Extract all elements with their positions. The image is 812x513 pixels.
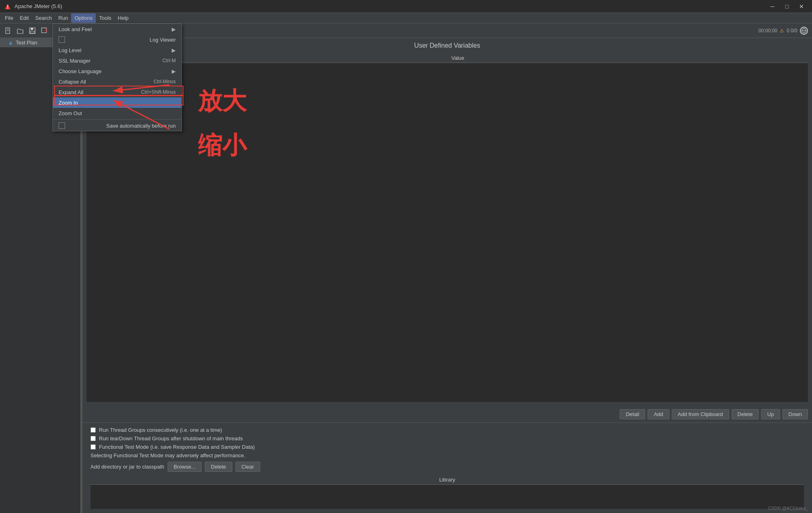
sidebar-test-plan-label: Test Plan xyxy=(16,40,37,46)
watermark: CSDN @ACGkaka_ xyxy=(768,506,808,511)
save-auto-label: Save automatically before run xyxy=(106,123,176,129)
library-table-header: Library xyxy=(90,475,804,485)
delete-button[interactable]: Delete xyxy=(732,409,759,419)
time-display: 00:00:00 xyxy=(759,28,778,34)
classpath-delete-button[interactable]: Delete xyxy=(205,462,232,472)
menu-look-feel[interactable]: Look and Feel ▶ xyxy=(53,24,181,34)
checkbox-functional[interactable] xyxy=(90,444,96,450)
up-button[interactable]: Up xyxy=(761,409,780,419)
expand-all-label: Expand All xyxy=(59,89,83,95)
options-dropdown: Look and Feel ▶ Log Viewer Log Level ▶ S… xyxy=(53,23,182,131)
counter-display: 0 0/0 xyxy=(787,28,797,34)
global-icon xyxy=(800,27,808,35)
note-text: Selecting Functional Test Mode may adver… xyxy=(90,452,804,458)
udv-table-body xyxy=(86,63,808,402)
menu-log-viewer[interactable]: Log Viewer xyxy=(53,34,181,45)
window-controls: ─ □ ✕ xyxy=(766,2,808,11)
menu-edit[interactable]: Edit xyxy=(17,13,32,23)
checkbox-teardown[interactable] xyxy=(90,436,96,441)
app-icon xyxy=(4,3,11,10)
open-button[interactable] xyxy=(15,25,26,36)
log-level-arrow: ▶ xyxy=(172,47,176,53)
udv-panel: User Defined Variables Name: Value xyxy=(82,38,812,406)
save-button[interactable] xyxy=(27,25,38,36)
udv-col-value: Value xyxy=(447,55,808,61)
menu-search[interactable]: Search xyxy=(32,13,55,23)
zoom-out-label: Zoom Out xyxy=(59,110,82,116)
svg-rect-7 xyxy=(31,28,33,30)
menu-bar: File Edit Search Run Options Tools Help xyxy=(0,13,812,23)
add-button[interactable]: Add xyxy=(648,409,669,419)
menu-save-auto[interactable]: Save automatically before run xyxy=(53,120,181,131)
content-area: User Defined Variables Name: Value Detai… xyxy=(82,38,812,513)
menu-expand-all[interactable]: Expand All Ctrl+Shift-Minus xyxy=(53,87,181,97)
library-column: Library xyxy=(439,477,455,483)
collapse-all-shortcut: Ctrl-Minus xyxy=(154,79,176,84)
detail-button[interactable]: Detail xyxy=(620,409,645,419)
udv-table-header: Name: Value xyxy=(86,53,808,63)
add-from-clipboard-button[interactable]: Add from Clipboard xyxy=(672,409,729,419)
title-bar: Apache JMeter (5.6) ─ □ ✕ xyxy=(0,0,812,13)
menu-file[interactable]: File xyxy=(2,13,17,23)
close-button[interactable]: ✕ xyxy=(795,2,808,11)
save-as-button[interactable] xyxy=(39,25,50,36)
clear-button[interactable]: Clear xyxy=(236,462,260,472)
udv-title: User Defined Variables xyxy=(86,42,808,49)
checkbox-functional-label: Functional Test Mode (i.e. save Response… xyxy=(99,444,255,450)
checkbox-row-2: Run tearDown Thread Groups after shutdow… xyxy=(90,435,804,442)
checkbox-teardown-label: Run tearDown Thread Groups after shutdow… xyxy=(99,435,243,442)
expand-all-shortcut: Ctrl+Shift-Minus xyxy=(141,89,176,95)
choose-language-arrow: ▶ xyxy=(172,68,176,74)
zoom-in-label: Zoom In xyxy=(59,100,78,106)
dropdown-separator xyxy=(53,119,181,120)
collapse-all-label: Collapse All xyxy=(59,79,86,85)
warning-icon: ⚠ xyxy=(780,28,784,34)
menu-log-level[interactable]: Log Level ▶ xyxy=(53,45,181,55)
choose-language-label: Choose Language xyxy=(59,68,101,74)
menu-help[interactable]: Help xyxy=(115,13,132,23)
maximize-button[interactable]: □ xyxy=(780,2,793,11)
new-button[interactable] xyxy=(2,25,14,36)
action-buttons-row: Detail Add Add from Clipboard Delete Up … xyxy=(82,406,812,423)
down-button[interactable]: Down xyxy=(783,409,808,419)
menu-options[interactable]: Options xyxy=(71,13,96,23)
svg-rect-8 xyxy=(30,31,34,33)
checkbox-run-consecutively-label: Run Thread Groups consecutively (i.e. on… xyxy=(99,427,222,433)
look-feel-label: Look and Feel xyxy=(59,26,92,32)
test-plan-icon: ▲ xyxy=(8,40,13,46)
log-viewer-label: Log Viewer xyxy=(149,37,176,43)
menu-run[interactable]: Run xyxy=(55,13,72,23)
browse-button[interactable]: Browse... xyxy=(168,462,202,472)
log-level-label: Log Level xyxy=(59,47,81,53)
ssl-manager-shortcut: Ctrl-M xyxy=(162,58,176,63)
look-feel-arrow: ▶ xyxy=(172,26,176,32)
checkbox-row-1: Run Thread Groups consecutively (i.e. on… xyxy=(90,427,804,433)
bottom-section: Run Thread Groups consecutively (i.e. on… xyxy=(82,423,812,513)
menu-tools[interactable]: Tools xyxy=(96,13,114,23)
menu-ssl-manager[interactable]: SSL Manager Ctrl-M xyxy=(53,55,181,66)
ssl-manager-label: SSL Manager xyxy=(59,58,90,64)
app-title: Apache JMeter (5.6) xyxy=(15,3,808,9)
menu-collapse-all[interactable]: Collapse All Ctrl-Minus xyxy=(53,76,181,87)
minimize-button[interactable]: ─ xyxy=(766,2,779,11)
svg-point-2 xyxy=(7,8,8,9)
save-auto-checkbox[interactable] xyxy=(59,122,65,129)
library-table-body xyxy=(90,485,804,509)
classpath-row: Add directory or jar to classpath Browse… xyxy=(90,462,804,472)
classpath-label: Add directory or jar to classpath xyxy=(90,464,164,470)
menu-zoom-in[interactable]: Zoom In xyxy=(53,97,181,108)
checkbox-run-consecutively[interactable] xyxy=(90,427,96,433)
log-viewer-checkbox[interactable] xyxy=(59,36,65,43)
menu-zoom-out[interactable]: Zoom Out xyxy=(53,108,181,118)
menu-choose-language[interactable]: Choose Language ▶ xyxy=(53,66,181,76)
toolbar-right: 00:00:00 ⚠ 0 0/0 xyxy=(759,27,808,35)
checkbox-row-3: Functional Test Mode (i.e. save Response… xyxy=(90,444,804,450)
